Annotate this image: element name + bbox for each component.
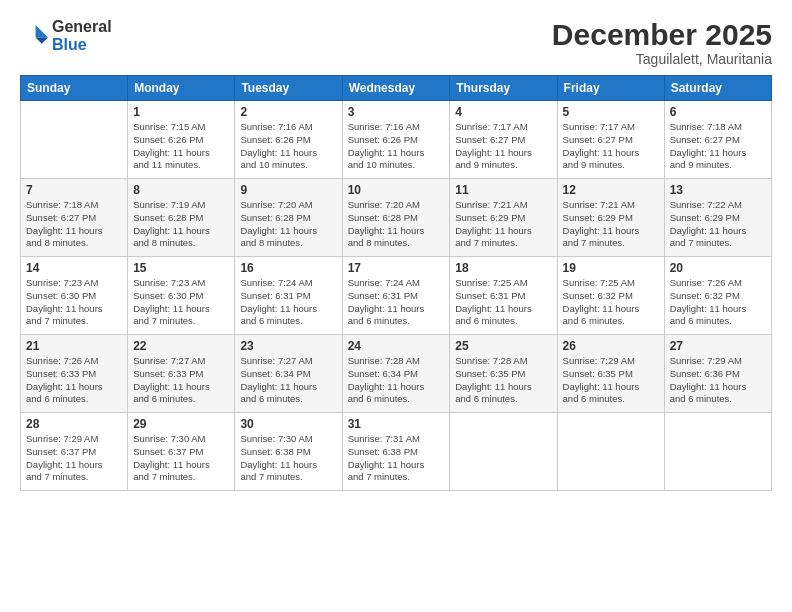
day-number: 21 (26, 339, 122, 353)
day-info: Sunrise: 7:21 AMSunset: 6:29 PMDaylight:… (563, 199, 659, 250)
weekday-header-sunday: Sunday (21, 76, 128, 101)
day-info: Sunrise: 7:15 AMSunset: 6:26 PMDaylight:… (133, 121, 229, 172)
day-number: 5 (563, 105, 659, 119)
day-number: 25 (455, 339, 551, 353)
calendar-cell: 16Sunrise: 7:24 AMSunset: 6:31 PMDayligh… (235, 257, 342, 335)
day-number: 8 (133, 183, 229, 197)
day-info: Sunrise: 7:25 AMSunset: 6:31 PMDaylight:… (455, 277, 551, 328)
weekday-header-row: SundayMondayTuesdayWednesdayThursdayFrid… (21, 76, 772, 101)
calendar-cell: 20Sunrise: 7:26 AMSunset: 6:32 PMDayligh… (664, 257, 771, 335)
page: General Blue December 2025 Taguilalett, … (0, 0, 792, 612)
location: Taguilalett, Mauritania (552, 51, 772, 67)
logo-text: General Blue (52, 18, 112, 53)
week-row-2: 14Sunrise: 7:23 AMSunset: 6:30 PMDayligh… (21, 257, 772, 335)
calendar-cell: 13Sunrise: 7:22 AMSunset: 6:29 PMDayligh… (664, 179, 771, 257)
day-number: 2 (240, 105, 336, 119)
day-info: Sunrise: 7:24 AMSunset: 6:31 PMDaylight:… (348, 277, 445, 328)
day-number: 22 (133, 339, 229, 353)
day-info: Sunrise: 7:17 AMSunset: 6:27 PMDaylight:… (563, 121, 659, 172)
calendar-cell: 6Sunrise: 7:18 AMSunset: 6:27 PMDaylight… (664, 101, 771, 179)
calendar-cell: 29Sunrise: 7:30 AMSunset: 6:37 PMDayligh… (128, 413, 235, 491)
calendar-cell: 23Sunrise: 7:27 AMSunset: 6:34 PMDayligh… (235, 335, 342, 413)
day-number: 12 (563, 183, 659, 197)
calendar-cell: 12Sunrise: 7:21 AMSunset: 6:29 PMDayligh… (557, 179, 664, 257)
calendar-cell: 3Sunrise: 7:16 AMSunset: 6:26 PMDaylight… (342, 101, 450, 179)
day-number: 19 (563, 261, 659, 275)
svg-marker-0 (36, 25, 48, 37)
logo-icon (20, 22, 48, 50)
calendar: SundayMondayTuesdayWednesdayThursdayFrid… (20, 75, 772, 491)
day-info: Sunrise: 7:29 AMSunset: 6:35 PMDaylight:… (563, 355, 659, 406)
day-info: Sunrise: 7:23 AMSunset: 6:30 PMDaylight:… (26, 277, 122, 328)
day-info: Sunrise: 7:28 AMSunset: 6:35 PMDaylight:… (455, 355, 551, 406)
day-info: Sunrise: 7:29 AMSunset: 6:37 PMDaylight:… (26, 433, 122, 484)
logo-blue: Blue (52, 36, 112, 54)
calendar-cell: 27Sunrise: 7:29 AMSunset: 6:36 PMDayligh… (664, 335, 771, 413)
day-info: Sunrise: 7:18 AMSunset: 6:27 PMDaylight:… (670, 121, 766, 172)
calendar-cell: 4Sunrise: 7:17 AMSunset: 6:27 PMDaylight… (450, 101, 557, 179)
calendar-cell: 21Sunrise: 7:26 AMSunset: 6:33 PMDayligh… (21, 335, 128, 413)
day-number: 23 (240, 339, 336, 353)
calendar-cell: 14Sunrise: 7:23 AMSunset: 6:30 PMDayligh… (21, 257, 128, 335)
calendar-cell: 1Sunrise: 7:15 AMSunset: 6:26 PMDaylight… (128, 101, 235, 179)
week-row-0: 1Sunrise: 7:15 AMSunset: 6:26 PMDaylight… (21, 101, 772, 179)
day-info: Sunrise: 7:26 AMSunset: 6:33 PMDaylight:… (26, 355, 122, 406)
day-number: 14 (26, 261, 122, 275)
calendar-cell (450, 413, 557, 491)
calendar-cell: 7Sunrise: 7:18 AMSunset: 6:27 PMDaylight… (21, 179, 128, 257)
weekday-header-monday: Monday (128, 76, 235, 101)
day-number: 18 (455, 261, 551, 275)
calendar-header: SundayMondayTuesdayWednesdayThursdayFrid… (21, 76, 772, 101)
weekday-header-wednesday: Wednesday (342, 76, 450, 101)
day-info: Sunrise: 7:31 AMSunset: 6:38 PMDaylight:… (348, 433, 445, 484)
calendar-cell: 22Sunrise: 7:27 AMSunset: 6:33 PMDayligh… (128, 335, 235, 413)
day-info: Sunrise: 7:18 AMSunset: 6:27 PMDaylight:… (26, 199, 122, 250)
weekday-header-friday: Friday (557, 76, 664, 101)
calendar-cell (557, 413, 664, 491)
day-info: Sunrise: 7:27 AMSunset: 6:33 PMDaylight:… (133, 355, 229, 406)
day-number: 11 (455, 183, 551, 197)
calendar-cell: 31Sunrise: 7:31 AMSunset: 6:38 PMDayligh… (342, 413, 450, 491)
day-number: 1 (133, 105, 229, 119)
weekday-header-tuesday: Tuesday (235, 76, 342, 101)
calendar-cell: 24Sunrise: 7:28 AMSunset: 6:34 PMDayligh… (342, 335, 450, 413)
day-info: Sunrise: 7:20 AMSunset: 6:28 PMDaylight:… (240, 199, 336, 250)
calendar-cell (664, 413, 771, 491)
day-number: 10 (348, 183, 445, 197)
calendar-cell: 15Sunrise: 7:23 AMSunset: 6:30 PMDayligh… (128, 257, 235, 335)
day-info: Sunrise: 7:24 AMSunset: 6:31 PMDaylight:… (240, 277, 336, 328)
weekday-header-saturday: Saturday (664, 76, 771, 101)
day-number: 9 (240, 183, 336, 197)
day-info: Sunrise: 7:16 AMSunset: 6:26 PMDaylight:… (240, 121, 336, 172)
day-number: 15 (133, 261, 229, 275)
calendar-body: 1Sunrise: 7:15 AMSunset: 6:26 PMDaylight… (21, 101, 772, 491)
day-info: Sunrise: 7:17 AMSunset: 6:27 PMDaylight:… (455, 121, 551, 172)
day-info: Sunrise: 7:25 AMSunset: 6:32 PMDaylight:… (563, 277, 659, 328)
calendar-cell: 19Sunrise: 7:25 AMSunset: 6:32 PMDayligh… (557, 257, 664, 335)
week-row-3: 21Sunrise: 7:26 AMSunset: 6:33 PMDayligh… (21, 335, 772, 413)
day-number: 29 (133, 417, 229, 431)
day-number: 3 (348, 105, 445, 119)
week-row-4: 28Sunrise: 7:29 AMSunset: 6:37 PMDayligh… (21, 413, 772, 491)
day-number: 27 (670, 339, 766, 353)
day-number: 4 (455, 105, 551, 119)
calendar-cell: 5Sunrise: 7:17 AMSunset: 6:27 PMDaylight… (557, 101, 664, 179)
calendar-cell: 28Sunrise: 7:29 AMSunset: 6:37 PMDayligh… (21, 413, 128, 491)
calendar-cell: 10Sunrise: 7:20 AMSunset: 6:28 PMDayligh… (342, 179, 450, 257)
calendar-cell: 17Sunrise: 7:24 AMSunset: 6:31 PMDayligh… (342, 257, 450, 335)
calendar-cell: 30Sunrise: 7:30 AMSunset: 6:38 PMDayligh… (235, 413, 342, 491)
day-number: 20 (670, 261, 766, 275)
day-info: Sunrise: 7:22 AMSunset: 6:29 PMDaylight:… (670, 199, 766, 250)
calendar-cell: 25Sunrise: 7:28 AMSunset: 6:35 PMDayligh… (450, 335, 557, 413)
day-number: 30 (240, 417, 336, 431)
logo: General Blue (20, 18, 112, 53)
calendar-cell: 2Sunrise: 7:16 AMSunset: 6:26 PMDaylight… (235, 101, 342, 179)
logo-general: General (52, 18, 112, 36)
day-info: Sunrise: 7:29 AMSunset: 6:36 PMDaylight:… (670, 355, 766, 406)
day-info: Sunrise: 7:23 AMSunset: 6:30 PMDaylight:… (133, 277, 229, 328)
calendar-cell: 18Sunrise: 7:25 AMSunset: 6:31 PMDayligh… (450, 257, 557, 335)
day-number: 7 (26, 183, 122, 197)
day-info: Sunrise: 7:27 AMSunset: 6:34 PMDaylight:… (240, 355, 336, 406)
day-number: 24 (348, 339, 445, 353)
svg-marker-1 (36, 37, 48, 43)
